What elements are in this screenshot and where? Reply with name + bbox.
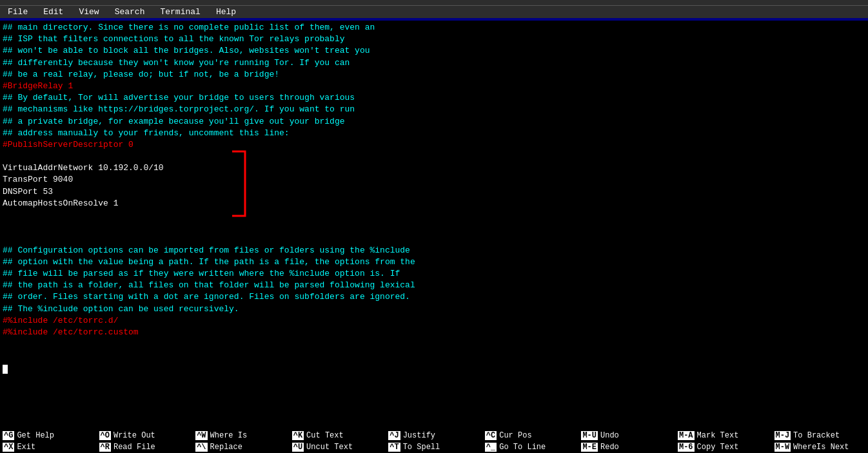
shortcut-label: Write Out (113, 431, 155, 440)
bracket-shape (232, 151, 245, 216)
shortcut-item[interactable]: M-6Copy Text (675, 441, 772, 453)
shortcut-label: Mark Text (697, 431, 739, 440)
shortcut-key: M-U (581, 431, 598, 440)
shortcut-label: Copy Text (697, 443, 739, 452)
shortcut-key: ^J (388, 431, 400, 440)
editor-line: #%include /etc/torrc.d/ (3, 316, 118, 325)
editor-line: ## mechanisms like https://bridges.torpr… (3, 104, 355, 114)
shortcut-label: Justify (403, 431, 435, 440)
editor-line: ## Configuration options can be imported… (3, 246, 410, 255)
editor-line: VirtualAddrNetwork 10.192.0.0/10 (3, 163, 164, 173)
shortcut-key: ^R (99, 443, 111, 452)
shortcut-key: ^G (3, 431, 14, 440)
shortcut-item[interactable]: M-AMark Text (675, 430, 772, 441)
editor-line: ## file will be parsed as if they were w… (3, 269, 400, 278)
shortcut-key: M-6 (678, 443, 695, 452)
shortcut-item[interactable]: ^_Go To Line (482, 441, 579, 453)
shortcut-key: ^K (292, 431, 304, 440)
shortcut-key: ^T (388, 443, 400, 452)
shortcut-label: Go To Line (499, 443, 546, 452)
shortcut-item[interactable]: ^JJustify (386, 430, 482, 441)
editor-area[interactable]: ## main directory. Since there is no com… (0, 21, 868, 430)
shortcut-row-2: ^XExit^RRead File^\Replace^UUncut Text^T… (0, 441, 868, 453)
bracket-svg (213, 148, 252, 219)
shortcut-item[interactable]: M-JTo Bracket (772, 430, 869, 441)
shortcut-key: M-A (678, 431, 695, 440)
shortcut-key: M-E (581, 443, 598, 452)
shortcut-label: To Spell (403, 443, 440, 452)
shortcut-key: ^_ (485, 443, 497, 452)
editor-line: ## be a real relay, please do; but if no… (3, 70, 279, 79)
bracket-annotation (213, 148, 252, 226)
shortcut-label: Read File (113, 443, 155, 452)
shortcut-item[interactable]: ^KCut Text (290, 430, 386, 441)
shortcut-item[interactable]: ^WWhere Is (193, 430, 290, 441)
shortcut-label: Where Is (210, 431, 248, 440)
shortcut-label: To Bracket (793, 431, 840, 440)
editor-line: ## By default, Tor will advertise your b… (3, 93, 355, 102)
shortcut-row-1: ^GGet Help^OWrite Out^WWhere Is^KCut Tex… (0, 430, 868, 441)
shortcut-label: Undo (600, 431, 619, 440)
menu-item-view[interactable]: View (76, 7, 101, 17)
editor-line: ## option with the value being a path. I… (3, 257, 415, 267)
shortcut-item[interactable]: ^RRead File (97, 441, 193, 453)
shortcut-label: Replace (210, 443, 242, 452)
editor-line: ## order. Files starting with a dot are … (3, 292, 410, 302)
shortcut-key: ^X (3, 443, 14, 452)
title-bar (0, 0, 868, 5)
editor-line: ## main directory. Since there is no com… (3, 23, 375, 32)
shortcut-item[interactable]: ^GGet Help (0, 430, 97, 441)
shortcut-key: ^W (195, 431, 207, 440)
editor-line: #%include /etc/torrc.custom (3, 327, 139, 337)
menu-item-edit[interactable]: Edit (41, 7, 66, 17)
editor-line: ## address manually to your friends, unc… (3, 128, 290, 138)
editor-line: ## differently because they won't know y… (3, 58, 350, 68)
editor-line: #PublishServerDescriptor 0 (3, 140, 133, 149)
shortcut-key: M-W (774, 443, 791, 452)
editor-line: TransPort 9040 (3, 175, 73, 184)
shortcut-label: Uncut Text (306, 443, 353, 452)
shortcut-item[interactable]: M-UUndo (578, 430, 675, 441)
menu-item-terminal[interactable]: Terminal (157, 7, 202, 17)
shortcut-key: ^C (485, 431, 497, 440)
shortcut-key: M-J (774, 431, 791, 440)
shortcut-item[interactable]: ^TTo Spell (386, 441, 482, 453)
editor-line: DNSPort 53 (3, 187, 53, 197)
shortcut-label: Get Help (17, 431, 54, 440)
menu-item-help[interactable]: Help (213, 7, 239, 17)
shortcut-label: Cut Text (306, 431, 344, 440)
editor-line: #BridgeRelay 1 (3, 81, 73, 91)
shortcut-item[interactable]: ^OWrite Out (97, 430, 193, 441)
shortcut-item[interactable]: ^UUncut Text (290, 441, 386, 453)
shortcut-label: WhereIs Next (793, 443, 849, 452)
shortcut-label: Redo (600, 443, 619, 452)
editor-line: ## the path is a folder, all files on th… (3, 280, 415, 290)
shortcut-item[interactable]: ^\Replace (193, 441, 290, 453)
shortcut-item[interactable]: M-ERedo (578, 441, 675, 453)
shortcut-key: ^O (99, 431, 111, 440)
editor-line: ## a private bridge, for example because… (3, 117, 345, 126)
shortcut-item[interactable]: ^XExit (0, 441, 97, 453)
shortcut-label: Cur Pos (499, 431, 531, 440)
cursor-line (3, 362, 8, 372)
shortcut-item[interactable]: M-WWhereIs Next (772, 441, 869, 453)
menu-item-file[interactable]: File (5, 7, 30, 17)
menu-item-search[interactable]: Search (112, 7, 148, 17)
shortcut-key: ^\ (195, 443, 207, 452)
text-cursor (3, 365, 8, 374)
editor-line: AutomapHostsOnResolve 1 (3, 198, 118, 208)
shortcut-key: ^U (292, 443, 304, 452)
editor-line: ## ISP that filters connections to all t… (3, 34, 345, 44)
menu-bar: FileEditViewSearchTerminalHelp (0, 5, 868, 18)
shortcut-bar: ^GGet Help^OWrite Out^WWhere Is^KCut Tex… (0, 430, 868, 453)
editor-line: ## The %include option can be used recur… (3, 304, 239, 314)
shortcut-label: Exit (17, 443, 35, 452)
shortcut-item[interactable]: ^CCur Pos (482, 430, 579, 441)
editor-line: ## won't be able to block all the bridge… (3, 46, 370, 55)
